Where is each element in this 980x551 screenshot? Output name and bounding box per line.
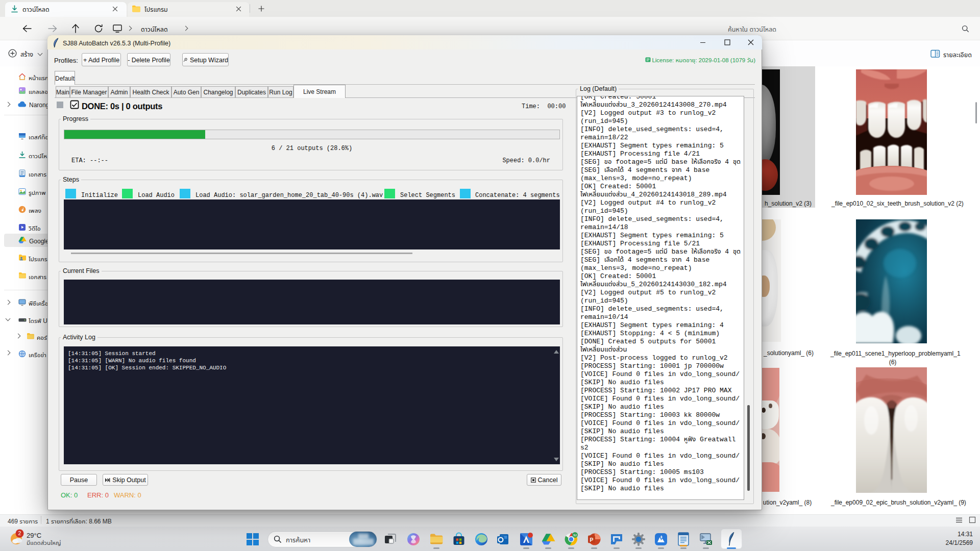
svg-text:P: P <box>590 537 593 543</box>
svg-text:2: 2 <box>18 530 21 536</box>
svg-text:SJ: SJ <box>573 534 577 537</box>
